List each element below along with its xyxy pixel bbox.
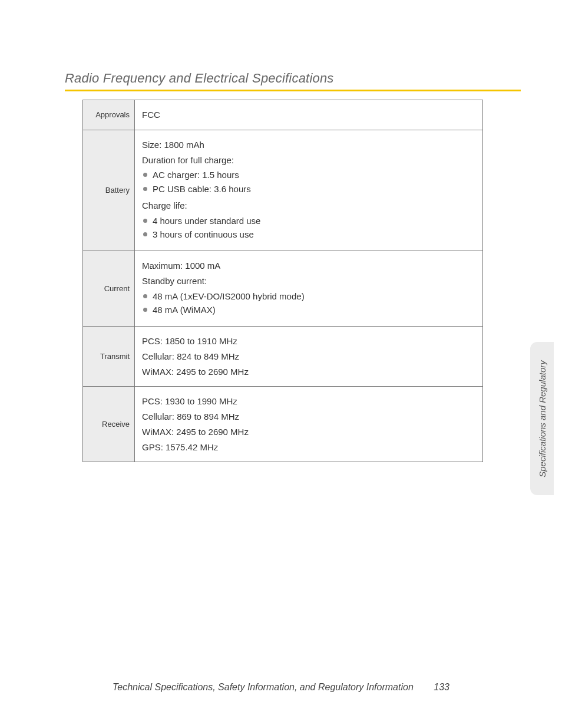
text: GPS: 1575.42 MHz <box>142 441 475 454</box>
row-label-approvals: Approvals <box>83 100 135 130</box>
list-item: 48 mA (WiMAX) <box>142 304 475 317</box>
table-row: Battery Size: 1800 mAh Duration for full… <box>83 130 483 251</box>
row-value-transmit: PCS: 1850 to 1910 MHz Cellular: 824 to 8… <box>135 327 483 387</box>
row-value-receive: PCS: 1930 to 1990 MHz Cellular: 869 to 8… <box>135 387 483 462</box>
row-label-current: Current <box>83 251 135 327</box>
text: WiMAX: 2495 to 2690 MHz <box>142 365 475 378</box>
row-value-approvals: FCC <box>135 100 483 130</box>
list-item: 4 hours under standard use <box>142 215 475 228</box>
text: Duration for full charge: <box>142 154 475 167</box>
table-row: Approvals FCC <box>83 100 483 130</box>
row-label-transmit: Transmit <box>83 327 135 387</box>
list-item: 48 mA (1xEV-DO/IS2000 hybrid mode) <box>142 290 475 303</box>
list-item: AC charger: 1.5 hours <box>142 169 475 182</box>
row-label-receive: Receive <box>83 387 135 462</box>
section-title: Radio Frequency and Electrical Specifica… <box>65 71 521 86</box>
text: Cellular: 869 to 894 MHz <box>142 410 475 423</box>
text: PCS: 1930 to 1990 MHz <box>142 395 475 408</box>
bullet-list: AC charger: 1.5 hours PC USB cable: 3.6 … <box>142 169 475 196</box>
bullet-list: 48 mA (1xEV-DO/IS2000 hybrid mode) 48 mA… <box>142 290 475 317</box>
text: Size: 1800 mAh <box>142 139 475 151</box>
text: Maximum: 1000 mA <box>142 259 475 272</box>
text: FCC <box>142 108 475 121</box>
page-number: 133 <box>434 682 449 692</box>
section-rule <box>65 90 521 91</box>
side-tab-label: Specifications and Regulatory <box>537 360 547 477</box>
list-item: PC USB cable: 3.6 hours <box>142 183 475 196</box>
text: PCS: 1850 to 1910 MHz <box>142 335 475 348</box>
table-row: Receive PCS: 1930 to 1990 MHz Cellular: … <box>83 387 483 462</box>
bullet-list: 4 hours under standard use 3 hours of co… <box>142 215 475 242</box>
row-value-current: Maximum: 1000 mA Standby current: 48 mA … <box>135 251 483 327</box>
list-item: 3 hours of continuous use <box>142 228 475 241</box>
text: Cellular: 824 to 849 MHz <box>142 350 475 363</box>
spec-table: Approvals FCC Battery Size: 1800 mAh Dur… <box>82 100 483 462</box>
footer-text: Technical Specifications, Safety Informa… <box>113 682 414 692</box>
row-value-battery: Size: 1800 mAh Duration for full charge:… <box>135 130 483 251</box>
text: WiMAX: 2495 to 2690 MHz <box>142 426 475 439</box>
text: Standby current: <box>142 275 475 288</box>
table-row: Current Maximum: 1000 mA Standby current… <box>83 251 483 327</box>
page-footer: Technical Specifications, Safety Informa… <box>0 682 562 693</box>
text: Charge life: <box>142 199 475 212</box>
row-label-battery: Battery <box>83 130 135 251</box>
table-row: Transmit PCS: 1850 to 1910 MHz Cellular:… <box>83 327 483 387</box>
side-tab: Specifications and Regulatory <box>530 342 554 495</box>
